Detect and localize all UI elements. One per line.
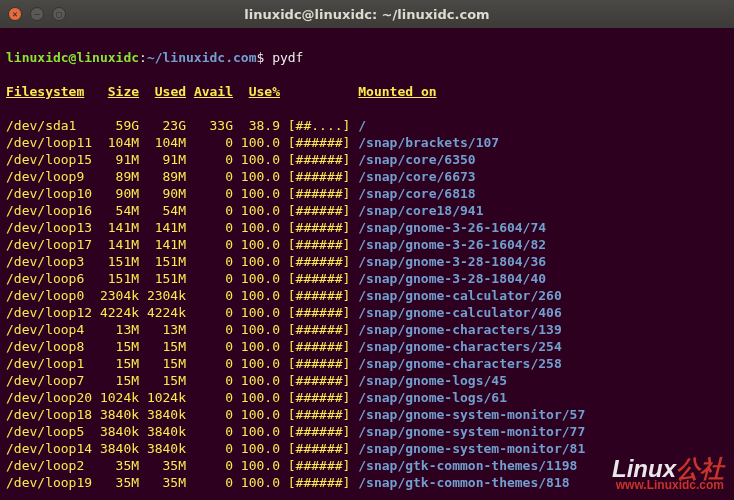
cell-usep: 100.0 (241, 339, 280, 354)
cell-avail: 0 (194, 305, 233, 320)
table-row: /dev/loop11 104M 104M 0 100.0 [######] /… (6, 134, 728, 151)
table-row: /dev/loop17 141M 141M 0 100.0 [######] /… (6, 236, 728, 253)
header-used: Used (155, 84, 186, 99)
cell-bar: [######] (288, 373, 351, 388)
cell-used: 15M (147, 356, 186, 371)
cell-size: 15M (100, 339, 139, 354)
cell-avail: 0 (194, 407, 233, 422)
cell-size: 35M (100, 458, 139, 473)
cell-bar: [######] (288, 186, 351, 201)
cell-bar: [######] (288, 305, 351, 320)
cell-used: 141M (147, 220, 186, 235)
header-row: Filesystem Size Used Avail Use% Mounted … (6, 83, 728, 100)
cell-size: 3840k (100, 424, 139, 439)
cell-mount: /snap/gnome-characters/258 (358, 356, 562, 371)
cell-mount: /snap/gnome-logs/61 (358, 390, 507, 405)
cell-fs: /dev/sda1 (6, 118, 92, 133)
command-text: pydf (272, 50, 303, 65)
header-size: Size (108, 84, 139, 99)
cell-bar: [######] (288, 322, 351, 337)
maximize-icon[interactable]: ▢ (52, 7, 66, 21)
cell-avail: 0 (194, 220, 233, 235)
cell-avail: 0 (194, 339, 233, 354)
cell-mount: /snap/gnome-calculator/406 (358, 305, 562, 320)
cell-avail: 0 (194, 356, 233, 371)
prompt-userhost: linuxidc@linuxidc (6, 50, 139, 65)
table-row: /dev/loop6 151M 151M 0 100.0 [######] /s… (6, 270, 728, 287)
cell-usep: 100.0 (241, 169, 280, 184)
cell-bar: [######] (288, 135, 351, 150)
cell-usep: 100.0 (241, 407, 280, 422)
cell-fs: /dev/loop10 (6, 186, 92, 201)
cell-size: 141M (100, 220, 139, 235)
cell-bar: [######] (288, 203, 351, 218)
table-row: /dev/loop15 91M 91M 0 100.0 [######] /sn… (6, 151, 728, 168)
header-fs: Filesystem (6, 84, 84, 99)
cell-avail: 0 (194, 169, 233, 184)
cell-usep: 100.0 (241, 475, 280, 490)
cell-usep: 100.0 (241, 356, 280, 371)
cell-size: 15M (100, 356, 139, 371)
cell-used: 3840k (147, 424, 186, 439)
cell-fs: /dev/loop8 (6, 339, 92, 354)
cell-bar: [######] (288, 288, 351, 303)
cell-fs: /dev/loop2 (6, 458, 92, 473)
cell-usep: 100.0 (241, 135, 280, 150)
cell-used: 90M (147, 186, 186, 201)
cell-used: 151M (147, 271, 186, 286)
cell-usep: 38.9 (241, 118, 280, 133)
cell-mount: /snap/gnome-3-28-1804/40 (358, 271, 546, 286)
cell-used: 141M (147, 237, 186, 252)
cell-avail: 0 (194, 237, 233, 252)
cell-avail: 33G (194, 118, 233, 133)
cell-mount: /snap/core/6350 (358, 152, 475, 167)
cell-avail: 0 (194, 271, 233, 286)
cell-usep: 100.0 (241, 390, 280, 405)
cell-size: 104M (100, 135, 139, 150)
window-controls: ✕ – ▢ (8, 7, 66, 21)
table-row: /dev/loop2 35M 35M 0 100.0 [######] /sna… (6, 457, 728, 474)
cell-mount: /snap/gnome-calculator/260 (358, 288, 562, 303)
cell-avail: 0 (194, 152, 233, 167)
cell-usep: 100.0 (241, 322, 280, 337)
cell-usep: 100.0 (241, 254, 280, 269)
cell-mount: /snap/gnome-characters/139 (358, 322, 562, 337)
cell-usep: 100.0 (241, 186, 280, 201)
close-icon[interactable]: ✕ (8, 7, 22, 21)
minimize-icon[interactable]: – (30, 7, 44, 21)
terminal-area[interactable]: linuxidc@linuxidc:~/linuxidc.com$ pydf F… (0, 28, 734, 500)
cell-fs: /dev/loop19 (6, 475, 92, 490)
cell-mount: /snap/core/6673 (358, 169, 475, 184)
cell-fs: /dev/loop11 (6, 135, 92, 150)
cell-fs: /dev/loop14 (6, 441, 92, 456)
table-row: /dev/loop10 90M 90M 0 100.0 [######] /sn… (6, 185, 728, 202)
prompt-sep: : (139, 50, 147, 65)
cell-usep: 100.0 (241, 424, 280, 439)
cell-bar: [######] (288, 152, 351, 167)
cell-size: 15M (100, 373, 139, 388)
cell-usep: 100.0 (241, 373, 280, 388)
cell-used: 13M (147, 322, 186, 337)
cell-mount: /snap/gnome-3-26-1604/82 (358, 237, 546, 252)
table-row: /dev/loop13 141M 141M 0 100.0 [######] /… (6, 219, 728, 236)
cell-mount: /snap/brackets/107 (358, 135, 499, 150)
cell-fs: /dev/loop5 (6, 424, 92, 439)
cell-size: 4224k (100, 305, 139, 320)
header-avail: Avail (194, 84, 233, 99)
cell-fs: /dev/loop16 (6, 203, 92, 218)
cell-usep: 100.0 (241, 441, 280, 456)
table-row: /dev/loop14 3840k 3840k 0 100.0 [######]… (6, 440, 728, 457)
cell-size: 54M (100, 203, 139, 218)
cell-size: 59G (100, 118, 139, 133)
table-row: /dev/loop4 13M 13M 0 100.0 [######] /sna… (6, 321, 728, 338)
table-row: /dev/loop18 3840k 3840k 0 100.0 [######]… (6, 406, 728, 423)
cell-usep: 100.0 (241, 203, 280, 218)
cell-used: 4224k (147, 305, 186, 320)
cell-used: 1024k (147, 390, 186, 405)
cell-used: 151M (147, 254, 186, 269)
cell-used: 3840k (147, 441, 186, 456)
cell-bar: [######] (288, 356, 351, 371)
table-row: /dev/sda1 59G 23G 33G 38.9 [##....] / (6, 117, 728, 134)
cell-fs: /dev/loop20 (6, 390, 92, 405)
cell-used: 35M (147, 458, 186, 473)
